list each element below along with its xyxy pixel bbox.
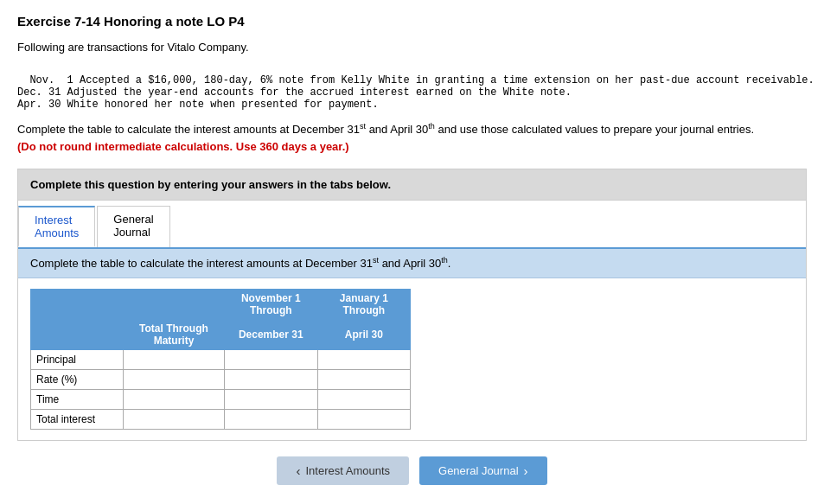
input-time-nov[interactable] [224,389,317,409]
intro-text: Following are transactions for Vitalo Co… [17,41,807,54]
input-rate-total[interactable] [124,369,225,389]
tab-interest-amounts[interactable]: InterestAmounts [18,206,95,247]
exercise-title: Exercise 7-14 Honoring a note LO P4 [17,14,807,29]
next-button-label: General Journal [438,464,519,477]
input-totalint-nov[interactable] [224,409,317,429]
th-dec31: December 31 [224,319,317,349]
input-rate-nov[interactable] [224,369,317,389]
label-rate: Rate (%) [31,369,124,389]
input-time-jan[interactable] [317,389,410,409]
input-time-total[interactable] [124,389,225,409]
arrow-right-icon [524,463,528,478]
instruction-text: Complete the table to calculate the inte… [17,121,807,155]
principal-nov-input[interactable] [230,353,312,367]
th-apr30: April 30 [317,319,410,349]
question-box: Complete this question by entering your … [17,169,807,440]
tabs-row: InterestAmounts GeneralJournal [18,201,806,249]
arrow-left-icon [296,463,300,478]
prev-button[interactable]: Interest Amounts [277,456,409,485]
transaction-1: Nov. 1 Accepted a $16,000, 180-day, 6% n… [29,74,814,86]
time-total-input[interactable] [129,392,219,406]
th-jan-line1: January 1Through [317,289,410,319]
tab-content-header: Complete the table to calculate the inte… [18,249,806,278]
th-empty2 [31,319,124,349]
table-row: Principal [31,349,411,369]
transactions-block: Nov. 1 Accepted a $16,000, 180-day, 6% n… [17,62,807,111]
table-area: November 1Through January 1Through Total… [18,278,806,440]
instruction-main: Complete the table to calculate the inte… [17,123,360,136]
transaction-2: Dec. 31 Adjusted the year-end accounts f… [17,86,572,99]
principal-jan-input[interactable] [323,353,405,367]
tab-general-journal[interactable]: GeneralJournal [97,206,169,247]
sup-st-1: st [360,122,366,131]
label-total-interest: Total interest [31,409,124,429]
totalint-total-input[interactable] [129,412,219,426]
interest-table: November 1Through January 1Through Total… [30,289,411,430]
input-totalint-total[interactable] [124,409,225,429]
totalint-nov-input[interactable] [230,412,312,426]
label-principal: Principal [31,349,124,369]
prev-button-label: Interest Amounts [305,464,390,477]
th-total [124,289,225,319]
rate-jan-input[interactable] [323,373,405,386]
table-row: Time [31,389,411,409]
sup-th-1: th [428,122,435,131]
input-principal-nov[interactable] [224,349,317,369]
th-nov-line1: November 1Through [224,289,317,319]
instruction-bold: (Do not round intermediate calculations.… [17,140,349,153]
th-total-label: Total ThroughMaturity [124,319,225,349]
principal-total-input[interactable] [129,353,219,367]
table-row: Rate (%) [31,369,411,389]
time-jan-input[interactable] [323,392,405,406]
nav-buttons: Interest Amounts General Journal [17,456,807,485]
transaction-3: Apr. 30 White honored her note when pres… [17,99,379,111]
input-totalint-jan[interactable] [317,409,410,429]
input-principal-total[interactable] [124,349,225,369]
input-principal-jan[interactable] [317,349,410,369]
time-nov-input[interactable] [230,392,312,406]
th-empty [31,289,124,319]
question-header: Complete this question by entering your … [18,169,806,201]
table-row: Total interest [31,409,411,429]
totalint-jan-input[interactable] [323,412,405,426]
next-button[interactable]: General Journal [419,456,547,485]
label-time: Time [31,389,124,409]
input-rate-jan[interactable] [317,369,410,389]
rate-total-input[interactable] [129,373,219,386]
rate-nov-input[interactable] [230,373,312,386]
